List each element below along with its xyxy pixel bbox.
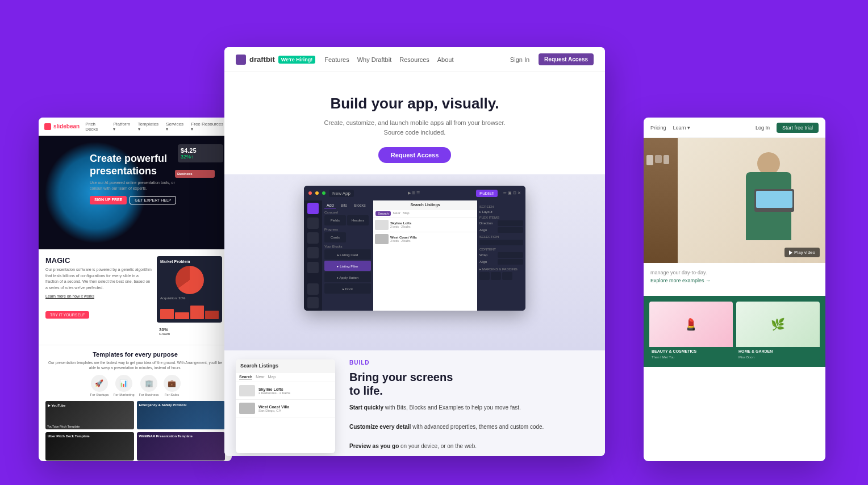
listing-filter-item[interactable]: ▸ Listing Filter: [324, 261, 371, 271]
sidebar-icon-4[interactable]: [307, 247, 319, 258]
template-uber[interactable]: Uber Pitch Deck Template: [45, 432, 134, 461]
cards-item[interactable]: Cards: [324, 232, 346, 242]
request-access-hero-button[interactable]: Request Access: [378, 147, 452, 163]
template-categories: 🚀 For Startups 📊 For Marketing 🏢 For Bus…: [45, 375, 225, 396]
nav-features[interactable]: Features: [324, 56, 349, 63]
listing-details-2: West Coast Villa San Diego, CA: [258, 405, 332, 412]
sidebar-icon-2[interactable]: [307, 218, 319, 229]
business-icon: 🏢: [140, 375, 157, 392]
right-nav-pricing[interactable]: Pricing: [650, 125, 666, 131]
nav-link-templates[interactable]: Templates ▾: [138, 122, 162, 132]
template-webinar[interactable]: WEBINAR Presentation Template: [137, 432, 226, 461]
nav-resources[interactable]: Resources: [399, 56, 429, 63]
play-video-button[interactable]: Play video: [784, 248, 820, 257]
sidebar-icon-3[interactable]: [307, 232, 319, 244]
expert-button[interactable]: GET EXPERT HELP: [130, 196, 176, 204]
canvas-tab-search[interactable]: Search: [375, 211, 391, 216]
canvas-tab-near[interactable]: Near: [393, 211, 400, 216]
fields-item[interactable]: Fields: [324, 215, 346, 225]
progress-items: Cards: [324, 232, 371, 242]
garden-category: HOME & GARDEN: [736, 347, 820, 356]
prop-wrap-value[interactable]: [498, 252, 523, 258]
prop-direction-row: Direction: [479, 220, 523, 226]
tab-map[interactable]: Map: [268, 375, 276, 379]
right-nav-login[interactable]: Log In: [756, 125, 770, 131]
canvas-tab-map[interactable]: Map: [403, 211, 410, 216]
business-label: For Business: [139, 393, 159, 396]
right-nav-learn[interactable]: Learn ▾: [673, 125, 691, 131]
templates-title: Templates for every purpose: [45, 351, 225, 358]
canvas-listing-2: West Coast Villa 3 beds · 2 baths: [373, 232, 477, 246]
sidebar-icon-1[interactable]: [307, 203, 319, 214]
margin-right[interactable]: [491, 272, 501, 280]
tab-near[interactable]: Near: [256, 375, 264, 379]
left-card-slidebean: slidebean Pitch Decks Platform ▾ Templat…: [39, 118, 232, 461]
gallery-item-garden[interactable]: 🌿 HOME & GARDEN Miss Boon: [736, 302, 820, 361]
prop-align-label: Align: [479, 228, 496, 232]
nav-about[interactable]: About: [437, 56, 454, 63]
canvas-screen-title: Search Listings: [373, 200, 477, 210]
garden-brand: Miss Boon: [736, 356, 820, 361]
right-hero-image: Play video: [644, 138, 825, 263]
sidebar-icon-user[interactable]: [307, 297, 319, 308]
draftbit-description: Create, customize, and launch mobile app…: [236, 118, 594, 137]
prop-content-section: CONTENT: [479, 248, 523, 251]
nav-link-services[interactable]: Services ▾: [166, 122, 186, 132]
sidebar-icon-settings[interactable]: [307, 283, 319, 295]
tab-search[interactable]: Search: [239, 375, 252, 379]
dock-item[interactable]: ▸ Dock: [324, 283, 371, 294]
tab-blocks[interactable]: Blocks: [352, 203, 368, 208]
template-youtube[interactable]: ▶ YouTube YouTube Pitch Template: [45, 401, 134, 429]
prop-direction-value[interactable]: [498, 220, 523, 226]
prop-align2-value[interactable]: [498, 259, 523, 265]
prop-align-value[interactable]: [498, 227, 523, 233]
signin-link[interactable]: Sign In: [510, 56, 529, 63]
signup-button[interactable]: SIGN UP FREE: [90, 196, 127, 204]
stat-value: 30%: [159, 327, 223, 332]
youtube-label: ▶ YouTube: [45, 401, 134, 409]
nav-link-resources[interactable]: Free Resources ▾: [191, 122, 226, 132]
headers-item[interactable]: Headers: [347, 215, 369, 225]
cat-business: 🏢 For Business: [139, 375, 159, 396]
explore-link[interactable]: Explore more examples →: [650, 278, 819, 283]
nav-why[interactable]: Why Draftbit: [357, 56, 392, 63]
listing-card-item[interactable]: ▸ Listing Card: [324, 249, 371, 260]
magic-link[interactable]: Learn more on how it works: [45, 294, 152, 298]
magic-left: MAGIC Our presentation software is power…: [45, 256, 152, 319]
magic-try-button[interactable]: TRY IT YOURSELF: [45, 311, 89, 319]
apply-button-item[interactable]: ▸ Apply Button: [324, 272, 371, 282]
play-triangle-icon: [789, 250, 792, 255]
nav-link-platform[interactable]: Platform ▾: [113, 122, 133, 132]
right-card: Pricing Learn ▾ Log In Start free trial: [644, 118, 825, 461]
uber-label: Uber Pitch Deck Template: [45, 432, 134, 440]
prop-sel-value[interactable]: [479, 240, 523, 245]
publish-button[interactable]: Publish: [476, 190, 498, 197]
carousel-items: Fields Headers: [324, 215, 371, 225]
nav-link-pitchdecks[interactable]: Pitch Decks: [85, 122, 108, 132]
request-access-nav-button[interactable]: Request Access: [539, 53, 594, 65]
search-listings-tabs: Search Near Map: [236, 373, 335, 382]
sidebar-icon-5[interactable]: [307, 262, 319, 273]
prop-direction-label: Direction: [479, 221, 496, 225]
gallery-item-beauty[interactable]: 💄 BEAUTY & COSMETICS Then I Met You: [649, 302, 733, 361]
draftbit-nav: draftbit We're Hiring! Features Why Draf…: [224, 47, 605, 72]
hero-buttons: SIGN UP FREE GET EXPERT HELP: [90, 196, 181, 204]
slidebean-logo: slidebean: [44, 123, 80, 130]
right-nav-trial-button[interactable]: Start free trial: [777, 123, 819, 133]
prop-layout-label: ▸ Layout: [479, 210, 496, 214]
margin-top[interactable]: [479, 272, 490, 280]
new-app-tab[interactable]: New App: [329, 190, 354, 197]
logo-text: slidebean: [53, 123, 80, 129]
listing-img-1: [375, 220, 389, 230]
center-card-draftbit: draftbit We're Hiring! Features Why Draf…: [224, 47, 605, 456]
tab-bits[interactable]: Bits: [338, 203, 349, 208]
tab-add[interactable]: Add: [324, 203, 336, 208]
margin-left[interactable]: [502, 272, 512, 280]
cat-marketing: 📊 For Marketing: [113, 375, 134, 396]
youtube-sublabel: YouTube Pitch Template: [47, 425, 80, 428]
shelf-jars: [646, 155, 669, 165]
left-hero: Create powerful presentations Use our AI…: [39, 136, 232, 249]
listing-name-1: Skyline Lofts: [258, 387, 332, 391]
magic-title: MAGIC: [45, 256, 152, 265]
template-emergency[interactable]: Emergency & Safety Protocol: [137, 401, 226, 429]
